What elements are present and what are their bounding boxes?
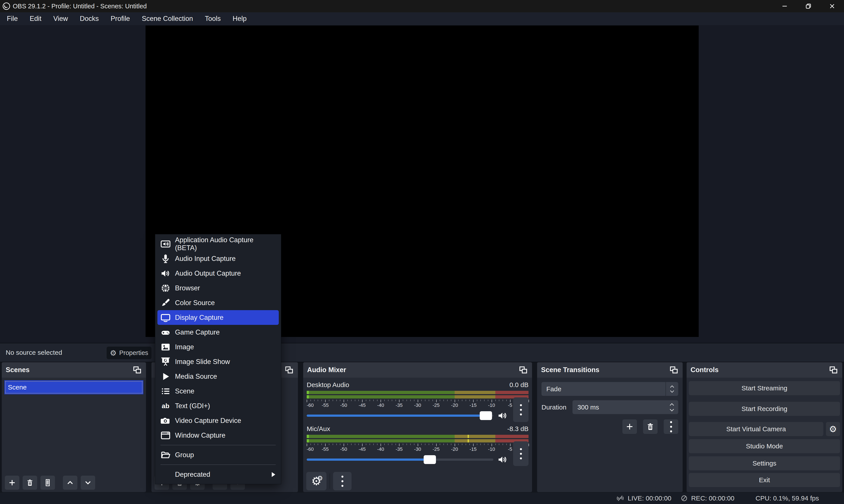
volume-slider-handle[interactable]	[424, 455, 436, 464]
mute-speaker-icon[interactable]	[497, 411, 507, 421]
studio-mode-button[interactable]: Studio Mode	[689, 439, 840, 453]
duration-row: Duration 300 ms	[537, 400, 683, 414]
duration-input[interactable]: 300 ms	[573, 400, 678, 414]
menu-view[interactable]: View	[47, 12, 74, 25]
volume-slider-row	[307, 409, 528, 422]
menu-item-image[interactable]: Image	[155, 340, 281, 354]
menu-help[interactable]: Help	[227, 12, 253, 25]
start-streaming-button[interactable]: Start Streaming	[689, 381, 840, 395]
cpu-fps-stats: CPU: 0.1%, 59.94 fps	[756, 494, 819, 502]
mixer-toolbar: ⚙ ⚙	[303, 470, 532, 492]
window-title: OBS 29.1.2 - Profile: Untitled - Scenes:…	[13, 3, 147, 10]
controls-header: Controls	[687, 362, 842, 378]
menu-item-media-source[interactable]: Media Source	[155, 369, 281, 384]
start-virtual-camera-button[interactable]: Start Virtual Camera	[689, 422, 823, 436]
meter-scale: -60-55-50-45-40-35-30-25-20-15-10-50	[307, 444, 528, 453]
popout-dock-icon[interactable]	[669, 365, 679, 375]
menu-scene-collection[interactable]: Scene Collection	[136, 12, 199, 25]
menu-item-browser[interactable]: Browser	[155, 281, 281, 295]
popout-dock-icon[interactable]	[829, 365, 838, 375]
kebab-icon	[341, 476, 343, 487]
menu-item-application-audio-capture[interactable]: Application Audio Capture (BETA)	[155, 236, 281, 251]
transition-select-spinner[interactable]	[665, 382, 678, 396]
menu-item-audio-output-capture[interactable]: Audio Output Capture	[155, 266, 281, 281]
menu-item-image-slide-show[interactable]: Image Slide Show	[155, 354, 281, 369]
gamepad-icon	[161, 327, 170, 337]
menu-file[interactable]: File	[1, 12, 24, 25]
audio-mixer-panel: Audio Mixer Desktop Audio 0.0 dB	[303, 362, 532, 492]
add-transition-button[interactable]	[623, 419, 637, 434]
stream-inactive-icon	[616, 494, 625, 503]
menu-item-deprecated[interactable]: Deprecated	[155, 467, 281, 482]
gear-small-icon: ⚙	[317, 475, 323, 482]
remove-scene-button[interactable]	[23, 476, 37, 490]
obs-logo-icon	[2, 2, 11, 10]
globe-icon	[161, 283, 170, 293]
move-scene-down-button[interactable]	[81, 476, 95, 490]
preview-area	[0, 25, 844, 343]
transition-actions	[541, 419, 678, 434]
mixer-channel-mic-aux: Mic/Aux -8.3 dB -60-55-50-45-40-35-30-25…	[307, 425, 528, 466]
image-icon	[161, 342, 170, 352]
channel-name: Desktop Audio	[307, 381, 349, 389]
menu-docks[interactable]: Docks	[74, 12, 105, 25]
dock-area: Scenes Scene	[0, 362, 844, 492]
menu-edit[interactable]: Edit	[24, 12, 47, 25]
move-scene-up-button[interactable]	[63, 476, 77, 490]
exit-button[interactable]: Exit	[689, 473, 840, 487]
popout-dock-icon[interactable]	[284, 365, 294, 375]
transition-select[interactable]: Fade	[541, 382, 678, 396]
start-recording-button[interactable]: Start Recording	[689, 402, 840, 416]
scenes-toolbar	[2, 473, 146, 492]
status-bar: LIVE: 00:00:00 REC: 00:00:00 CPU: 0.1%, …	[0, 492, 844, 504]
controls-title: Controls	[690, 366, 718, 374]
popout-dock-icon[interactable]	[518, 365, 528, 375]
menu-item-audio-input-capture[interactable]: Audio Input Capture	[155, 251, 281, 266]
channel-db-value: 0.0 dB	[509, 381, 528, 389]
advanced-audio-properties-button[interactable]: ⚙ ⚙	[306, 472, 326, 490]
add-scene-button[interactable]	[5, 476, 19, 490]
volume-slider-handle[interactable]	[480, 411, 492, 420]
channel-options-button[interactable]	[513, 442, 528, 466]
app-audio-capture-icon	[161, 239, 170, 249]
menu-item-text-gdi[interactable]: ab Text (GDI+)	[155, 398, 281, 413]
properties-button[interactable]: ⚙ Properties	[107, 347, 151, 359]
paintbrush-icon	[161, 298, 170, 308]
mixer-options-button[interactable]	[333, 472, 352, 490]
menu-item-color-source[interactable]: Color Source	[155, 295, 281, 310]
transition-options-button[interactable]	[664, 419, 678, 434]
text-ab-icon: ab	[161, 401, 170, 411]
menu-item-scene[interactable]: Scene	[155, 384, 281, 398]
menu-item-game-capture[interactable]: Game Capture	[155, 325, 281, 340]
popout-dock-icon[interactable]	[132, 365, 142, 375]
gear-icon: ⚙	[110, 348, 116, 357]
virtual-camera-settings-button[interactable]: ⚙	[826, 422, 840, 436]
volume-slider[interactable]	[307, 458, 493, 461]
mute-speaker-icon[interactable]	[497, 454, 507, 465]
remove-transition-button[interactable]	[643, 419, 658, 434]
microphone-icon	[161, 254, 170, 264]
volume-meter: -60-55-50-45-40-35-30-25-20-15-10-50	[307, 391, 528, 409]
live-time: LIVE: 00:00:00	[628, 494, 671, 502]
scene-filters-button[interactable]	[40, 476, 55, 490]
menu-separator	[161, 445, 276, 445]
rec-time: REC: 00:00:00	[691, 494, 735, 502]
menu-item-group[interactable]: Group	[155, 448, 281, 462]
scenes-panel-title: Scenes	[6, 366, 30, 374]
minimize-button[interactable]	[773, 0, 796, 12]
close-button[interactable]	[820, 0, 844, 12]
scene-list-item[interactable]: Scene	[4, 380, 143, 394]
add-source-menu: Application Audio Capture (BETA) Audio I…	[155, 234, 281, 484]
menu-tools[interactable]: Tools	[199, 12, 227, 25]
channel-options-button[interactable]	[513, 397, 528, 422]
duration-spinner[interactable]	[669, 400, 675, 414]
gear-icon: ⚙	[829, 424, 837, 434]
scene-transitions-title: Scene Transitions	[541, 366, 599, 374]
settings-button[interactable]: Settings	[689, 456, 840, 470]
menu-item-window-capture[interactable]: Window Capture	[155, 428, 281, 443]
menu-profile[interactable]: Profile	[105, 12, 136, 25]
volume-slider[interactable]	[307, 415, 493, 417]
menu-item-video-capture-device[interactable]: Video Capture Device	[155, 413, 281, 428]
restore-button[interactable]	[796, 0, 820, 12]
menu-item-display-capture[interactable]: Display Capture	[157, 310, 279, 325]
